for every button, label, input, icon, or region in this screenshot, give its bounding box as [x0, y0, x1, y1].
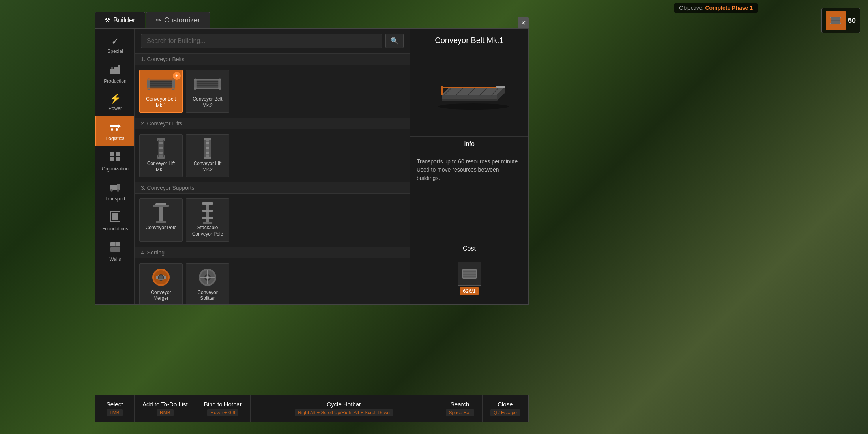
- item-conveyor-lift-mk2[interactable]: Conveyor LiftMk.2: [186, 134, 229, 177]
- conveyor-belt-mk2-image: [194, 74, 221, 94]
- cat1-items-grid: +: [135, 65, 410, 118]
- item-conveyor-belt-mk2-label: Conveyor BeltMk.2: [193, 96, 222, 108]
- tab-builder-label: Builder: [113, 16, 135, 24]
- item-conveyor-merger[interactable]: ConveyorMerger: [139, 263, 183, 304]
- svg-rect-71: [202, 210, 213, 212]
- sidebar-item-walls[interactable]: Walls: [95, 237, 134, 267]
- svg-rect-7: [110, 69, 114, 74]
- item-conveyor-merger-label: ConveyorMerger: [151, 290, 171, 302]
- tabs-bar: ⚒ Builder ✏ Customizer ✕: [95, 12, 529, 28]
- content-area: 🔍 1. Conveyor Belts +: [135, 29, 410, 304]
- category-conveyor-belts: 1. Conveyor Belts: [135, 53, 410, 65]
- svg-rect-97: [441, 86, 443, 95]
- select-button[interactable]: Select LMB: [95, 395, 135, 422]
- info-description-text: Transports up to 60 resources per minute…: [410, 152, 528, 241]
- walls-icon: [110, 241, 121, 254]
- sidebar-item-organization[interactable]: Organization: [95, 146, 134, 176]
- item-conveyor-splitter-label: ConveyorSplitter: [197, 290, 217, 302]
- sidebar-special-label: Special: [107, 49, 123, 54]
- cat4-items-grid: ConveyorMerger: [135, 258, 410, 304]
- svg-rect-53: [163, 140, 164, 157]
- conveyor-pole-image: [147, 203, 175, 223]
- cost-item-0: 626/1: [458, 262, 481, 295]
- svg-rect-37: [147, 79, 175, 80]
- sidebar-item-transport[interactable]: Transport: [95, 176, 134, 206]
- svg-rect-67: [156, 221, 166, 223]
- conveyor-splitter-image: [194, 268, 221, 287]
- items-list: 1. Conveyor Belts +: [135, 53, 410, 304]
- logistics-icon: [110, 121, 121, 133]
- svg-rect-9: [118, 65, 120, 74]
- info-item-title: Conveyor Belt Mk.1: [410, 29, 528, 49]
- item-conveyor-belt-mk1[interactable]: +: [139, 70, 183, 113]
- svg-rect-98: [496, 86, 505, 88]
- add-todo-button[interactable]: Add to To-Do List RMB: [135, 395, 196, 422]
- cost-section: Cost 626/1: [410, 241, 528, 304]
- close-dialog-button[interactable]: ✕: [518, 17, 529, 28]
- svg-rect-73: [203, 222, 212, 224]
- search-input[interactable]: [141, 34, 382, 48]
- svg-rect-54: [159, 142, 163, 144]
- svg-point-13: [111, 128, 113, 131]
- item-stackable-conveyor-pole[interactable]: StackableConveyor Pole: [186, 198, 229, 241]
- sidebar-item-power[interactable]: ⚡ Power: [95, 89, 134, 116]
- item-conveyor-belt-mk2[interactable]: Conveyor BeltMk.2: [186, 70, 229, 113]
- sidebar-foundations-label: Foundations: [102, 226, 128, 232]
- item-conveyor-lift-mk1[interactable]: Conveyor LiftMk.1: [139, 134, 183, 177]
- select-btn-key: LMB: [107, 409, 123, 416]
- tab-customizer[interactable]: ✏ Customizer: [146, 12, 210, 28]
- objective-badge: Objective: Complete Phase 1: [674, 3, 758, 13]
- search-button[interactable]: 🔍: [385, 34, 404, 48]
- svg-rect-48: [194, 88, 221, 89]
- add-todo-btn-label: Add to To-Do List: [142, 401, 188, 408]
- organization-icon: [110, 151, 121, 164]
- close-toolbar-button[interactable]: Close Q / Escape: [483, 395, 528, 422]
- info-panel: Conveyor Belt Mk.1: [410, 29, 528, 304]
- item-conveyor-splitter[interactable]: ConveyorSplitter: [186, 263, 229, 304]
- builder-dialog: ⚒ Builder ✏ Customizer ✕ ✓ Special: [95, 12, 529, 308]
- svg-point-100: [438, 103, 509, 110]
- cycle-hotbar-btn-key: Right Alt + Scroll Up/Right Alt + Scroll…: [295, 409, 393, 416]
- cycle-hotbar-button[interactable]: Cycle Hotbar Right Alt + Scroll Up/Right…: [250, 395, 438, 422]
- search-toolbar-button[interactable]: Search Space Bar: [438, 395, 483, 422]
- bind-hotbar-button[interactable]: Bind to Hotbar Hover + 0-9: [196, 395, 250, 422]
- cat4-label: Sorting: [147, 249, 165, 256]
- svg-marker-12: [118, 124, 121, 129]
- svg-rect-102: [463, 270, 476, 278]
- sidebar-item-production[interactable]: Production: [95, 59, 134, 89]
- cat3-label: Conveyor Supports: [147, 185, 195, 191]
- main-panel: ✓ Special Production ⚡ Power: [95, 28, 529, 305]
- svg-point-86: [206, 276, 209, 279]
- sidebar-item-foundations[interactable]: Foundations: [95, 206, 134, 236]
- cat1-number: 1.: [141, 56, 147, 62]
- foundations-icon: [110, 211, 121, 224]
- conveyor-lift-mk1-image: [147, 138, 175, 158]
- resource-count: 50: [848, 17, 856, 25]
- objective-label: Objective:: [679, 5, 703, 11]
- customizer-tab-icon: ✏: [156, 17, 161, 24]
- svg-rect-17: [110, 157, 114, 161]
- info-item-image: [430, 61, 509, 124]
- sidebar-item-special[interactable]: ✓ Special: [95, 32, 134, 59]
- svg-rect-38: [147, 88, 175, 89]
- svg-rect-18: [116, 157, 120, 161]
- svg-rect-69: [206, 202, 209, 223]
- svg-point-21: [110, 189, 113, 192]
- svg-rect-68: [153, 205, 169, 207]
- item-conveyor-lift-mk2-label: Conveyor LiftMk.2: [194, 161, 222, 173]
- svg-rect-61: [209, 140, 211, 157]
- svg-rect-26: [110, 247, 120, 252]
- cat2-number: 2.: [141, 120, 147, 127]
- tab-builder[interactable]: ⚒ Builder: [95, 12, 145, 28]
- item-conveyor-pole[interactable]: Conveyor Pole: [139, 198, 183, 241]
- sidebar-item-logistics[interactable]: Logistics: [95, 116, 134, 146]
- category-conveyor-supports: 3. Conveyor Supports: [135, 182, 410, 194]
- item-stackable-conveyor-pole-label: StackableConveyor Pole: [192, 225, 223, 237]
- svg-point-22: [117, 189, 119, 192]
- svg-rect-72: [202, 217, 213, 219]
- svg-rect-8: [114, 67, 118, 74]
- info-image-area: [410, 49, 528, 136]
- svg-rect-60: [204, 140, 206, 157]
- cost-items-list: 626/1: [410, 256, 528, 300]
- item-conveyor-pole-label: Conveyor Pole: [146, 225, 177, 231]
